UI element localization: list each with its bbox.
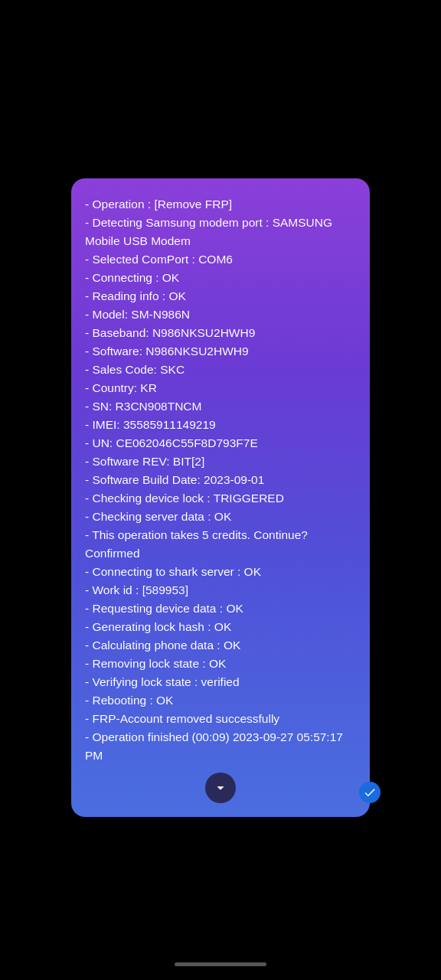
log-card: - Operation : [Remove FRP] - Detecting S… (71, 178, 370, 817)
home-indicator (175, 962, 266, 966)
check-mark-icon (363, 786, 377, 799)
scroll-down-button[interactable] (205, 773, 236, 803)
check-icon-badge (359, 782, 381, 803)
log-content: - Operation : [Remove FRP] - Detecting S… (85, 195, 356, 803)
chevron-down-icon (212, 779, 229, 796)
log-text: - Operation : [Remove FRP] - Detecting S… (85, 195, 356, 765)
